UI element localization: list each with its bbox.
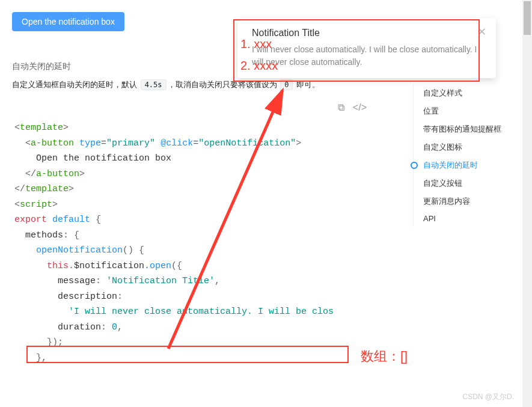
annotation-text-2: 2. xxxx (240, 59, 278, 73)
sidebar-item-custom-style[interactable]: 自定义样式 (414, 84, 515, 102)
watermark: CSDN @又尔D. (462, 392, 514, 402)
sidebar-item-with-icon[interactable]: 带有图标的通知提醒框 (414, 120, 515, 138)
code-icon[interactable]: </> (353, 102, 367, 113)
scrollbar[interactable] (522, 0, 532, 407)
code-inline: 4.5s (141, 79, 167, 90)
open-notification-button[interactable]: Open the notification box (12, 12, 124, 31)
code-toolbar: ⧉ </> (12, 102, 385, 113)
sidebar-item-api[interactable]: API (414, 210, 515, 227)
sidebar-item-placement[interactable]: 位置 (414, 102, 515, 120)
copy-icon[interactable]: ⧉ (338, 102, 344, 113)
sidebar-item-custom-icon[interactable]: 自定义图标 (414, 138, 515, 156)
sidebar-item-update[interactable]: 更新消息内容 (414, 192, 515, 210)
annotation-text-1: 1. xxx (240, 37, 272, 51)
anchor-sidebar: 自定义样式 位置 带有图标的通知提醒框 自定义图标 自动关闭的延时 自定义按钮 … (413, 84, 515, 227)
code-example: <template> <a-button type="primary" @cli… (12, 120, 385, 366)
sidebar-item-custom-button[interactable]: 自定义按钮 (414, 174, 515, 192)
scrollbar-thumb[interactable] (524, 1, 531, 35)
sidebar-item-duration[interactable]: 自动关闭的延时 (414, 156, 515, 174)
annotation-text-array: 数组：[] (361, 347, 408, 366)
annotation-box-code (26, 346, 349, 363)
desc-text: 自定义通知框自动关闭的延时，默认 (12, 80, 139, 89)
